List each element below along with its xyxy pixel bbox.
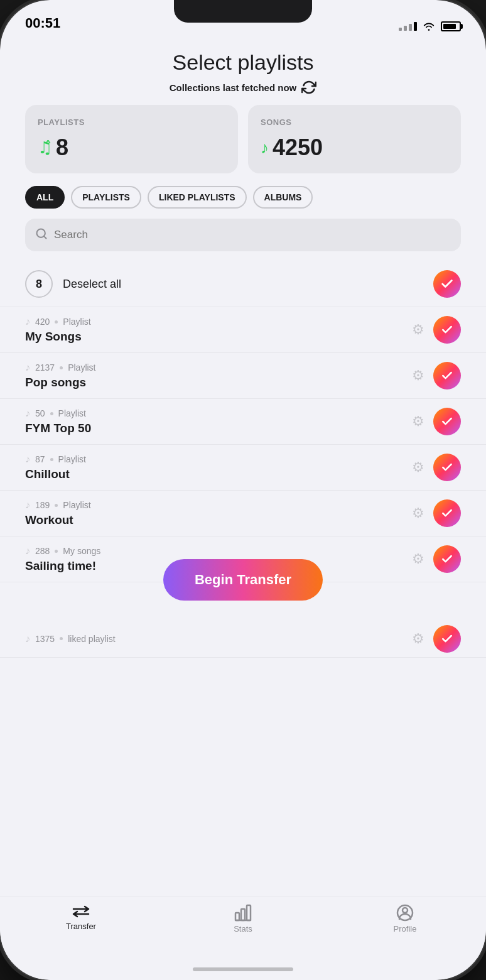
signal-icon [399, 22, 417, 31]
playlist-left: ♪ 50 Playlist FYM Top 50 [25, 408, 91, 435]
list-item: ♪ 420 Playlist My Songs ⚙ [0, 307, 486, 353]
nav-profile-label: Profile [394, 924, 417, 934]
gear-icon[interactable]: ⚙ [412, 413, 424, 430]
deselect-label: Deselect all [63, 278, 121, 291]
note-icon: ♪ [25, 499, 30, 511]
playlist-right: ⚙ [412, 454, 461, 481]
playlist-right: ⚙ [412, 362, 461, 389]
note-icon: ♪ [25, 545, 30, 557]
songs-label: SONGS [261, 117, 448, 127]
gear-icon[interactable]: ⚙ [412, 505, 424, 521]
playlist-meta: ♪ 87 Playlist [25, 454, 86, 465]
list-item: ♪ 288 My songs Sailing time! Begin Trans… [0, 536, 486, 582]
playlist-name: Workout [25, 513, 91, 527]
playlist-meta: ♪ 288 My songs [25, 545, 100, 557]
playlist-name: Chillout [25, 467, 86, 481]
gear-icon[interactable]: ⚙ [412, 368, 424, 384]
filter-albums[interactable]: ALBUMS [253, 186, 313, 209]
nav-transfer-label: Transfer [66, 922, 96, 931]
search-input[interactable] [54, 229, 451, 241]
playlist-type: Playlist [68, 362, 95, 373]
playlist-check[interactable] [433, 454, 461, 481]
playlist-left: ♪ 288 My songs Sailing time! [25, 545, 100, 573]
subtitle-row: Collections last fetched now [25, 80, 461, 95]
playlist-check[interactable] [433, 625, 461, 653]
playlist-count: 87 [35, 454, 45, 464]
playlists-value-row: ♫̂ 8 [38, 134, 225, 161]
phone-inner: 00:51 [0, 0, 486, 980]
playlist-type: Playlist [58, 408, 86, 418]
playlist-type: liked playlist [68, 634, 115, 644]
status-time: 00:51 [25, 15, 60, 33]
search-icon [35, 227, 48, 243]
list-item: ♪ 87 Playlist Chillout ⚙ [0, 445, 486, 491]
wifi-icon [422, 21, 436, 31]
search-bar [25, 219, 461, 251]
playlist-count: 420 [35, 317, 50, 327]
notch [174, 0, 312, 23]
gear-icon[interactable]: ⚙ [412, 459, 424, 476]
songs-card: SONGS ♪ 4250 [248, 105, 461, 173]
begin-transfer-button[interactable]: Begin Transfer [163, 559, 323, 601]
begin-transfer-container: Begin Transfer [136, 559, 350, 601]
note-icon: ♪ [25, 633, 30, 645]
svg-line-1 [44, 236, 46, 238]
playlist-left: ♪ 1375 liked playlist [25, 633, 116, 645]
battery-icon [441, 21, 461, 31]
main-content: Select playlists Collections last fetche… [0, 38, 486, 896]
playlist-check[interactable] [433, 499, 461, 527]
playlist-name: My Songs [25, 330, 91, 344]
playlist-check[interactable] [433, 545, 461, 573]
playlist-check[interactable] [433, 316, 461, 344]
dot-divider [55, 504, 58, 507]
playlist-left: ♪ 2137 Playlist Pop songs [25, 362, 96, 389]
phone-frame: 00:51 [0, 0, 486, 980]
stats-icon [234, 904, 252, 922]
list-item-partial: ♪ 1375 liked playlist ⚙ [0, 620, 486, 658]
dot-divider [60, 366, 63, 369]
home-bar [193, 967, 293, 971]
playlist-right: ⚙ [412, 408, 461, 435]
subtitle-text: Collections last fetched now [170, 82, 297, 93]
deselect-row[interactable]: 8 Deselect all [0, 261, 486, 307]
playlist-meta: ♪ 2137 Playlist [25, 362, 96, 373]
list-item: ♪ 50 Playlist FYM Top 50 ⚙ [0, 399, 486, 445]
gear-icon[interactable]: ⚙ [412, 322, 424, 338]
deselect-left: 8 Deselect all [25, 270, 121, 298]
nav-transfer[interactable]: Transfer [0, 904, 162, 931]
playlist-count: 50 [35, 408, 45, 418]
refresh-icon[interactable] [301, 80, 316, 95]
gear-icon[interactable]: ⚙ [412, 551, 424, 567]
playlist-name: Sailing time! [25, 559, 100, 573]
selection-count-badge: 8 [25, 270, 53, 298]
transfer-icon [72, 904, 90, 919]
filter-liked[interactable]: LIKED PLAYLISTS [148, 186, 247, 209]
home-indicator [0, 959, 486, 980]
nav-profile[interactable]: Profile [324, 904, 486, 934]
playlist-count: 2137 [35, 362, 55, 373]
list-item: ♪ 2137 Playlist Pop songs ⚙ [0, 353, 486, 399]
playlists-label: PLAYLISTS [38, 117, 225, 127]
playlist-count: 189 [35, 500, 50, 510]
playlist-check[interactable] [433, 362, 461, 389]
playlist-meta: ♪ 189 Playlist [25, 499, 91, 511]
filter-all[interactable]: ALL [25, 186, 65, 209]
svg-rect-2 [235, 913, 239, 920]
deselect-check-icon[interactable] [433, 270, 461, 298]
nav-stats[interactable]: Stats [162, 904, 324, 934]
playlist-check[interactable] [433, 408, 461, 435]
gear-icon[interactable]: ⚙ [412, 631, 424, 647]
dot-divider [50, 458, 53, 461]
playlist-meta: ♪ 50 Playlist [25, 408, 91, 419]
note-icon: ♪ [25, 454, 30, 465]
playlist-count: 288 [35, 546, 50, 556]
dot-divider [55, 550, 58, 553]
playlist-type: Playlist [58, 454, 86, 464]
page-title: Select playlists [25, 50, 461, 75]
playlists-music-icon: ♫̂ [38, 138, 52, 158]
filter-playlists[interactable]: PLAYLISTS [71, 186, 141, 209]
profile-icon [396, 904, 414, 922]
svg-rect-3 [241, 909, 245, 920]
playlist-meta: ♪ 420 Playlist [25, 316, 91, 327]
header-section: Select playlists Collections last fetche… [0, 38, 486, 105]
